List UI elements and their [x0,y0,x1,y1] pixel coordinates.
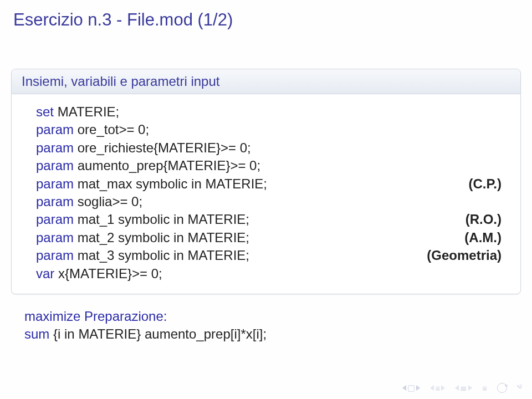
next-slide-icon[interactable] [416,385,420,391]
loop-icon[interactable] [497,383,507,393]
code-text: mat_1 symbolic in MATERIE; [74,212,249,227]
code-line-lhs: param mat_2 symbolic in MATERIE; [36,229,249,247]
code-text: mat_2 symbolic in MATERIE; [74,230,249,245]
code-text: mat_max symbolic in MATERIE; [74,176,267,191]
subsection-bars-icon: ≣ [460,383,467,393]
keyword: var [36,266,54,281]
code-line-lhs: param mat_max symbolic in MATERIE; [36,175,267,193]
code-text: x{MATERIE}>= 0; [54,266,162,281]
code-line: param ore_richieste{MATERIE}>= 0; [36,139,508,157]
keyword: param [36,212,74,227]
code-annotation: (C.P.) [267,175,508,193]
code-line: param mat_1 symbolic in MATERIE;(R.O.) [36,211,508,228]
sum-line: sum {i in MATERIE} aumento_prep[i]*x[i]; [24,325,520,343]
card-body: set MATERIE;param ore_tot>= 0;param ore_… [12,94,520,294]
card-header: Insiemi, variabili e parametri input [12,69,520,94]
nav-footer: ▢ ≡ ≣ ≡ ༄ [402,382,522,393]
code-line-lhs: set MATERIE; [36,103,119,121]
slide-title: Esercizio n.3 - File.mod (1/2) [0,0,532,35]
code-line: param ore_tot>= 0; [36,121,508,139]
code-line-lhs: param mat_3 symbolic in MATERIE; [36,247,249,264]
content-card: Insiemi, variabili e parametri input set… [11,69,521,294]
keyword: param [36,122,74,137]
code-line-lhs: param aumento_prep{MATERIE}>= 0; [36,157,260,175]
search-icon[interactable]: ༄ [517,382,522,393]
code-text: ore_tot>= 0; [74,122,149,137]
below-card: maximize Preparazione: sum {i in MATERIE… [0,294,532,344]
code-annotation [260,157,508,175]
code-annotation [149,121,508,139]
section-mark-icon: ≡ [482,383,487,393]
nav-slide-group: ▢ [402,383,420,393]
code-line: set MATERIE; [36,103,508,121]
section-bars-icon: ≡ [435,383,440,393]
code-line-lhs: var x{MATERIE}>= 0; [36,265,162,283]
next-sub-icon[interactable] [468,385,472,391]
code-annotation: (A.M.) [249,229,508,247]
code-line-lhs: param soglia>= 0; [36,193,142,211]
code-text: soglia>= 0; [74,194,142,209]
keyword: param [36,176,74,191]
keyword: param [36,140,74,155]
prev-sub-icon[interactable] [455,385,459,391]
code-line: param aumento_prep{MATERIE}>= 0; [36,157,508,175]
slide-box-icon: ▢ [407,383,415,393]
code-annotation [119,103,508,121]
code-line: var x{MATERIE}>= 0; [36,265,508,283]
code-text: ore_richieste{MATERIE}>= 0; [74,140,251,155]
code-annotation [162,265,508,283]
code-line: param soglia>= 0; [36,193,508,211]
sum-body: {i in MATERIE} aumento_prep[i]*x[i]; [53,326,267,341]
next-section-icon[interactable] [441,385,445,391]
code-text: aumento_prep{MATERIE}>= 0; [74,158,260,173]
keyword: param [36,194,74,209]
code-annotation [251,139,508,157]
maximize-line: maximize Preparazione: [24,308,520,325]
code-line-lhs: param mat_1 symbolic in MATERIE; [36,211,249,228]
sum-keyword: sum [24,326,53,341]
code-line-lhs: param ore_tot>= 0; [36,121,149,139]
code-text: mat_3 symbolic in MATERIE; [74,248,249,263]
code-line-lhs: param ore_richieste{MATERIE}>= 0; [36,139,251,157]
code-annotation [142,193,508,211]
keyword: param [36,158,74,173]
code-line: param mat_3 symbolic in MATERIE;(Geometr… [36,247,508,264]
code-annotation: (Geometria) [249,247,508,264]
first-slide-icon[interactable] [402,385,406,391]
nav-section-group: ≡ [430,383,445,393]
code-annotation: (R.O.) [249,211,508,228]
prev-section-icon[interactable] [430,385,434,391]
keyword: param [36,248,74,263]
code-line: param mat_2 symbolic in MATERIE;(A.M.) [36,229,508,247]
code-line: param mat_max symbolic in MATERIE;(C.P.) [36,175,508,193]
code-text: MATERIE; [54,104,119,119]
slide: Esercizio n.3 - File.mod (1/2) Insiemi, … [0,0,532,399]
nav-subsection-group: ≣ [455,383,472,393]
keyword: set [36,104,54,119]
keyword: param [36,230,74,245]
